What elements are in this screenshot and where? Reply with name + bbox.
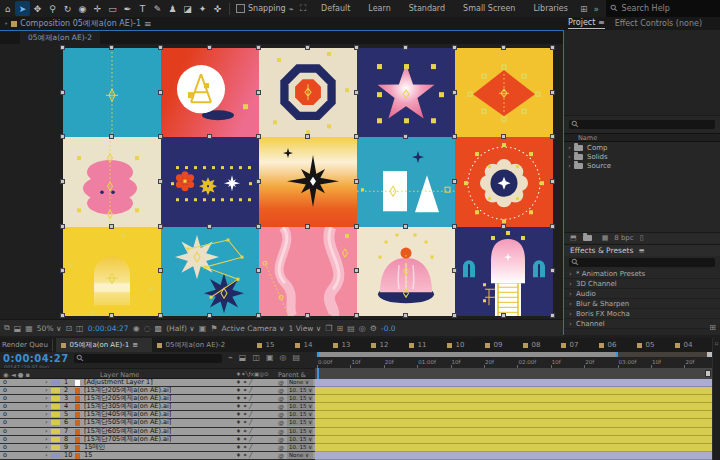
parent-select[interactable]: None ∨	[287, 379, 313, 386]
track-bar-layer-9[interactable]	[315, 444, 712, 452]
eye-icon[interactable]: o	[3, 379, 7, 386]
label-swatch[interactable]	[51, 380, 60, 385]
resolution-select[interactable]: (Half) ∨	[166, 324, 195, 333]
expand-icon[interactable]: ›	[45, 387, 48, 394]
tile-gradient-circle-figure[interactable]	[161, 48, 259, 137]
pan-behind-tool[interactable]: ✛	[90, 1, 105, 16]
effects-category[interactable]: ›Audio	[564, 289, 720, 299]
layer-name[interactable]: [15계단205예제a(on AE).ai]	[84, 387, 171, 394]
track-bar-layer-7[interactable]	[315, 428, 712, 436]
exposure-value[interactable]: -0.0	[381, 324, 396, 333]
brush-tool[interactable]: ✎	[150, 1, 165, 16]
layer-switches[interactable]: ♦ ✦ ╱	[236, 379, 252, 386]
expand-icon[interactable]: ›	[45, 395, 48, 402]
playhead[interactable]	[317, 368, 319, 379]
tile-flower-mandala[interactable]	[455, 137, 553, 226]
project-folder-solids[interactable]: ›Solids	[564, 152, 720, 161]
snap-extent-icon[interactable]: ⛶	[297, 3, 309, 14]
hide-shy-icon[interactable]: ◫	[252, 353, 260, 362]
tile-pink-waves[interactable]	[259, 227, 357, 316]
track-bar-layer-4[interactable]	[315, 403, 712, 411]
layer-name[interactable]: [15계단405예제a(on AE).ai]	[84, 411, 171, 418]
parent-select[interactable]: 10. 15 ∨	[287, 395, 313, 402]
layer-name[interactable]: [15계단705예제a(on AE).ai]	[84, 436, 171, 443]
current-timecode[interactable]: 0:00:04:27	[3, 353, 69, 364]
panel-menu-icon[interactable]: ≡	[141, 19, 155, 29]
timeline-tab-13[interactable]: 13	[328, 338, 366, 352]
type-tool[interactable]: T	[135, 1, 150, 16]
snapping-checkbox[interactable]	[236, 4, 245, 13]
pickwhip-icon[interactable]: @	[278, 452, 284, 459]
pickwhip-icon[interactable]: @	[278, 411, 284, 418]
tile-dome-tower[interactable]	[455, 227, 553, 316]
parent-select[interactable]: 10. 15 ∨	[287, 419, 313, 426]
new-folder-icon[interactable]	[583, 235, 592, 241]
layer-name[interactable]: [15계단505예제a(on AE).ai]	[84, 419, 171, 426]
label-swatch[interactable]	[51, 453, 60, 458]
magnification-plus-icon[interactable]: ⬓	[14, 324, 22, 333]
grid-guides-icon[interactable]: ⊡	[65, 324, 72, 333]
workspace-learn[interactable]: Learn	[359, 4, 399, 13]
timeline-tab-comp1[interactable]: 05예제a(on AE)-1≡	[56, 338, 152, 352]
expand-icon[interactable]: ›	[45, 379, 48, 386]
composition-canvas[interactable]	[63, 48, 553, 316]
interpret-footage-icon[interactable]: ⬒	[570, 234, 577, 242]
project-name-header[interactable]: Name	[564, 133, 720, 142]
timeline-tab-12[interactable]: 12	[366, 338, 404, 352]
tile-two-splats[interactable]	[161, 227, 259, 316]
expand-icon[interactable]: ›	[45, 428, 48, 435]
effects-new-icon[interactable]: ⊞	[709, 323, 716, 332]
project-folder-comp[interactable]: ›Comp	[564, 143, 720, 152]
label-swatch[interactable]	[51, 396, 60, 401]
pickwhip-icon[interactable]: @	[278, 387, 284, 394]
composition-panel-tab[interactable]: • Composition 05예제a(on AE)-1 ≡	[4, 17, 155, 30]
label-swatch[interactable]	[51, 412, 60, 417]
tab-project[interactable]: Project ≡	[568, 18, 605, 29]
channels-icon[interactable]: ▦	[25, 324, 33, 333]
timeline-tab-05[interactable]: 05	[632, 338, 670, 352]
workspace-overflow-icon[interactable]: »	[590, 4, 602, 14]
exposure-gear-icon[interactable]: ⚙	[370, 324, 377, 333]
timeline-tab-06[interactable]: 06	[594, 338, 632, 352]
parent-select[interactable]: None ∨	[287, 452, 313, 459]
track-bar-layer-10[interactable]	[315, 452, 712, 460]
timeline-tab-comp2[interactable]: 05예제a(on AE)-2	[152, 338, 252, 352]
tile-octagon[interactable]	[259, 48, 357, 137]
roi-icon[interactable]: ▣	[199, 324, 207, 333]
tile-square-triangle[interactable]	[357, 137, 455, 226]
pickwhip-icon[interactable]: @	[278, 428, 284, 435]
effects-category[interactable]: ›Boris FX Mocha	[564, 309, 720, 319]
transparency-grid-icon[interactable]: ⚑	[210, 324, 217, 333]
effects-category[interactable]: ›* Animation Presets	[564, 269, 720, 279]
tile-pink-blob[interactable]	[63, 137, 161, 226]
expand-icon[interactable]: ›	[45, 444, 48, 451]
expand-icon[interactable]: ›	[45, 411, 48, 418]
viewer-timecode[interactable]: 0:00:04:27	[88, 324, 129, 333]
parent-select[interactable]: 10. 15 ∨	[287, 428, 313, 435]
effects-presets-header[interactable]: Effects & Presets≡	[564, 244, 720, 256]
parent-select[interactable]: 10. 15 ∨	[287, 436, 313, 443]
layer-name[interactable]: [15계단305예제a(on AE).ai]	[84, 403, 171, 410]
tile-jelly-cake[interactable]	[357, 227, 455, 316]
tile-three-bursts[interactable]	[161, 137, 259, 226]
view-layout-select[interactable]: 1 View ∨	[289, 324, 322, 333]
layer-switches[interactable]: ♦ ✦ ╱	[236, 444, 252, 451]
eye-icon[interactable]: o	[3, 411, 7, 418]
layer-name-header[interactable]: Layer Name	[100, 371, 139, 379]
layer-switches[interactable]: ♦ ✦ ╱	[236, 452, 252, 459]
project-search[interactable]: ⚲	[569, 120, 715, 129]
parent-select[interactable]: 10. 15 ∨	[287, 387, 313, 394]
expand-icon[interactable]: ›	[45, 419, 48, 426]
fast-previews-icon[interactable]: ⊞	[337, 324, 344, 333]
chevron-right-icon[interactable]: ›	[569, 270, 576, 278]
parent-select[interactable]: 10. 15 ∨	[287, 403, 313, 410]
timeline-tab-04[interactable]: 04	[670, 338, 708, 352]
layer-name[interactable]: 15메인	[84, 444, 105, 451]
expand-icon[interactable]: ›	[45, 403, 48, 410]
zoom-tool[interactable]: ⚲	[45, 1, 60, 16]
layer-switches[interactable]: ♦ ✦ ╱	[236, 403, 252, 410]
tab-effect-controls[interactable]: Effect Controls (none)	[615, 19, 702, 28]
motion-blur-icon[interactable]: ◎	[280, 353, 287, 362]
pickwhip-icon[interactable]: @	[278, 419, 284, 426]
label-swatch[interactable]	[51, 388, 60, 393]
